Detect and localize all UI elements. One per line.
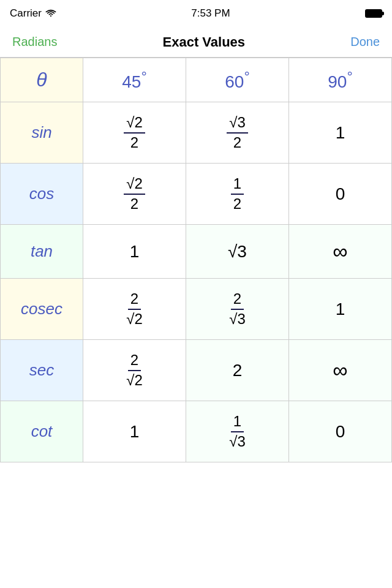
tan-60-value: √3 bbox=[228, 242, 247, 261]
cosec-45-cell: 2 √2 bbox=[83, 279, 186, 340]
tan-label: tan bbox=[31, 242, 53, 260]
angle-60-label: 60° bbox=[225, 72, 250, 91]
sec-60-value: 2 bbox=[233, 361, 243, 380]
tan-row: tan 1 √3 ∞ bbox=[1, 225, 392, 279]
sec-60-cell: 2 bbox=[186, 340, 288, 401]
cot-60-cell: 1 √3 bbox=[186, 401, 288, 462]
cot-90-cell: 0 bbox=[288, 401, 391, 462]
sin-45-cell: √2 2 bbox=[83, 102, 186, 164]
cos-label-cell: cos bbox=[1, 164, 83, 225]
table-header-row: θ 45° 60° 90° bbox=[1, 58, 392, 102]
cos-90-cell: 0 bbox=[288, 164, 391, 225]
cos-45-cell: √2 2 bbox=[83, 164, 186, 225]
cosec-90-value: 1 bbox=[336, 300, 345, 318]
sin-90-value: 1 bbox=[336, 123, 345, 142]
cos-label: cos bbox=[29, 184, 54, 203]
cos-45-value: √2 2 bbox=[124, 176, 145, 212]
done-button[interactable]: Done bbox=[350, 35, 380, 49]
cot-label-cell: cot bbox=[1, 401, 83, 462]
tan-90-value: ∞ bbox=[333, 239, 347, 263]
sec-45-value: 2 √2 bbox=[124, 352, 145, 388]
angle-90-header: 90° bbox=[288, 58, 391, 102]
nav-bar: Radians Exact Values Done bbox=[0, 27, 392, 58]
angle-45-header: 45° bbox=[83, 58, 186, 102]
sin-60-cell: √3 2 bbox=[186, 102, 288, 164]
cosec-row: cosec 2 √2 2 √3 1 bbox=[1, 279, 392, 340]
tan-60-cell: √3 bbox=[186, 225, 288, 279]
cosec-60-cell: 2 √3 bbox=[186, 279, 288, 340]
wifi-icon bbox=[45, 9, 56, 18]
sin-90-cell: 1 bbox=[288, 102, 391, 164]
cos-60-value: 1 2 bbox=[231, 176, 244, 212]
sec-label: sec bbox=[29, 361, 54, 379]
tan-label-cell: tan bbox=[1, 225, 83, 279]
cos-row: cos √2 2 1 2 0 bbox=[1, 164, 392, 225]
cos-60-cell: 1 2 bbox=[186, 164, 288, 225]
sec-90-value: ∞ bbox=[333, 358, 347, 382]
cot-45-value: 1 bbox=[130, 422, 140, 441]
sec-90-cell: ∞ bbox=[288, 340, 391, 401]
theta-cell: θ bbox=[1, 58, 83, 102]
carrier-label: Carrier bbox=[10, 7, 42, 20]
tan-45-value: 1 bbox=[130, 242, 140, 261]
cot-90-value: 0 bbox=[336, 422, 345, 441]
sin-60-value: √3 2 bbox=[227, 115, 248, 151]
status-time: 7:53 PM bbox=[191, 7, 230, 20]
cot-label: cot bbox=[31, 422, 53, 440]
sin-row: sin √2 2 √3 2 1 bbox=[1, 102, 392, 164]
page-title: Exact Values bbox=[163, 34, 246, 50]
tan-90-cell: ∞ bbox=[288, 225, 391, 279]
cot-45-cell: 1 bbox=[83, 401, 186, 462]
status-bar: Carrier 7:53 PM bbox=[0, 0, 392, 27]
sec-row: sec 2 √2 2 ∞ bbox=[1, 340, 392, 401]
sin-label: sin bbox=[31, 123, 51, 141]
sin-45-value: √2 2 bbox=[124, 115, 145, 151]
cosec-45-value: 2 √2 bbox=[124, 291, 145, 327]
tan-45-cell: 1 bbox=[83, 225, 186, 279]
angle-90-label: 90° bbox=[328, 72, 353, 91]
cot-60-value: 1 √3 bbox=[227, 413, 248, 450]
sec-45-cell: 2 √2 bbox=[83, 340, 186, 401]
cos-90-value: 0 bbox=[336, 184, 345, 203]
angle-60-header: 60° bbox=[186, 58, 288, 102]
cosec-90-cell: 1 bbox=[288, 279, 391, 340]
radians-button[interactable]: Radians bbox=[12, 35, 57, 49]
sin-label-cell: sin bbox=[1, 102, 83, 164]
theta-label: θ bbox=[36, 69, 47, 91]
cosec-label-cell: cosec bbox=[1, 279, 83, 340]
battery-icon bbox=[365, 9, 382, 18]
cosec-label: cosec bbox=[21, 300, 62, 318]
sec-label-cell: sec bbox=[1, 340, 83, 401]
cosec-60-value: 2 √3 bbox=[227, 291, 248, 327]
angle-45-label: 45° bbox=[122, 72, 147, 91]
trig-table: θ 45° 60° 90° sin √2 2 √3 2 1 bbox=[0, 58, 392, 462]
carrier-info: Carrier bbox=[10, 7, 56, 20]
cot-row: cot 1 1 √3 0 bbox=[1, 401, 392, 462]
